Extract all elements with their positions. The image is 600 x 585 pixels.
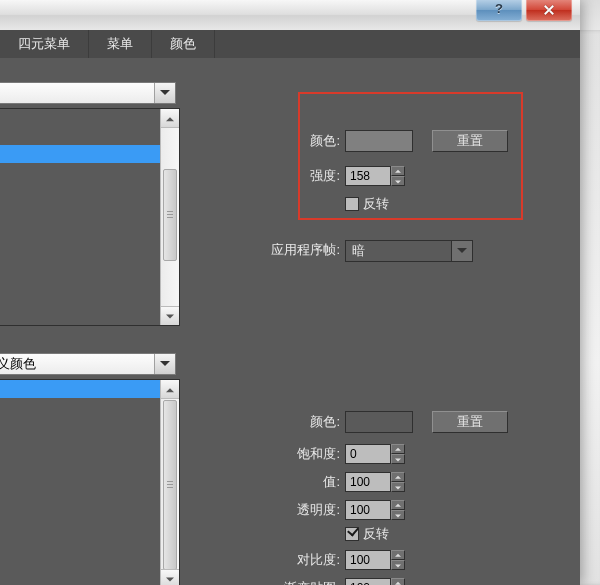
spinner-up-icon[interactable] <box>391 444 405 454</box>
intensity-value[interactable]: 158 <box>345 166 391 186</box>
color2-swatch[interactable] <box>345 411 413 433</box>
invert-checkbox[interactable]: 反转 <box>345 196 389 212</box>
panel: 义颜色 颜色: 重置 强度: 158 <box>0 58 580 585</box>
menu-quad[interactable]: 四元菜单 <box>0 30 89 58</box>
scroll-up-icon[interactable] <box>161 380 179 399</box>
list-item-selected[interactable] <box>0 145 161 163</box>
value-label: 值: <box>300 472 340 492</box>
scroll-thumb[interactable] <box>163 400 177 570</box>
gradient-spinner[interactable]: 100 <box>345 578 405 585</box>
spinner-down-icon[interactable] <box>391 560 405 570</box>
chevron-down-icon[interactable] <box>154 354 175 374</box>
reset2-button[interactable]: 重置 <box>432 411 508 433</box>
opacity-label: 透明度: <box>268 500 340 520</box>
scroll-down-icon[interactable] <box>161 569 179 585</box>
spinner-up-icon[interactable] <box>391 550 405 560</box>
scrollbar[interactable] <box>160 109 179 325</box>
category-dropdown-1[interactable] <box>0 82 176 104</box>
red-callout <box>298 92 523 220</box>
invert2-label: 反转 <box>363 525 389 543</box>
list-2-content <box>0 380 161 585</box>
list-item-selected[interactable] <box>0 380 161 398</box>
scroll-up-icon[interactable] <box>161 109 179 128</box>
invert2-checkbox[interactable]: 反转 <box>345 526 389 542</box>
invert-label: 反转 <box>363 195 389 213</box>
dialog-window: 四元菜单 菜单 颜色 义颜色 <box>0 0 580 585</box>
list-item[interactable] <box>0 127 161 145</box>
saturation-value[interactable]: 0 <box>345 444 391 464</box>
gradient-value[interactable]: 100 <box>345 578 391 585</box>
app-frame-label: 应用程序帧: <box>245 240 340 260</box>
list-1-content <box>0 109 161 325</box>
close-button[interactable] <box>526 0 572 21</box>
spinner-buttons[interactable] <box>391 166 405 186</box>
list-item[interactable] <box>0 109 161 127</box>
category-dropdown-1-text <box>0 83 153 103</box>
spinner-up-icon[interactable] <box>391 166 405 176</box>
chevron-down-icon[interactable] <box>154 83 175 103</box>
spinner-up-icon[interactable] <box>391 578 405 585</box>
spinner-up-icon[interactable] <box>391 472 405 482</box>
contrast-value[interactable]: 100 <box>345 550 391 570</box>
value-spinner[interactable]: 100 <box>345 472 405 492</box>
spinner-down-icon[interactable] <box>391 454 405 464</box>
checkbox-box[interactable] <box>345 197 359 211</box>
spinner-down-icon[interactable] <box>391 176 405 186</box>
list-1[interactable] <box>0 108 180 326</box>
intensity-spinner[interactable]: 158 <box>345 166 405 186</box>
help-button[interactable] <box>476 0 522 21</box>
gradient-label: 渐变贴图: <box>258 578 340 585</box>
list-2[interactable] <box>0 379 180 585</box>
checkbox-box[interactable] <box>345 527 359 541</box>
intensity-label: 强度: <box>280 166 340 186</box>
contrast-spinner[interactable]: 100 <box>345 550 405 570</box>
menu-color[interactable]: 颜色 <box>152 30 215 58</box>
color2-label: 颜色: <box>280 412 340 432</box>
contrast-label: 对比度: <box>268 550 340 570</box>
opacity-spinner[interactable]: 100 <box>345 500 405 520</box>
color-label: 颜色: <box>280 131 340 151</box>
menu-menu[interactable]: 菜单 <box>89 30 152 58</box>
spinner-down-icon[interactable] <box>391 510 405 520</box>
titlebar <box>0 0 580 31</box>
reset-button[interactable]: 重置 <box>432 130 508 152</box>
category-dropdown-2[interactable]: 义颜色 <box>0 353 176 375</box>
scrollbar[interactable] <box>160 380 179 585</box>
chevron-down-icon[interactable] <box>451 241 472 261</box>
scroll-thumb[interactable] <box>163 169 177 261</box>
saturation-spinner[interactable]: 0 <box>345 444 405 464</box>
color-swatch[interactable] <box>345 130 413 152</box>
menubar: 四元菜单 菜单 颜色 <box>0 30 580 59</box>
spinner-down-icon[interactable] <box>391 482 405 492</box>
value-value[interactable]: 100 <box>345 472 391 492</box>
saturation-label: 饱和度: <box>268 444 340 464</box>
category-dropdown-2-text: 义颜色 <box>0 354 153 374</box>
scroll-down-icon[interactable] <box>161 306 179 325</box>
spinner-up-icon[interactable] <box>391 500 405 510</box>
opacity-value[interactable]: 100 <box>345 500 391 520</box>
app-frame-value: 暗 <box>352 241 450 261</box>
app-frame-dropdown[interactable]: 暗 <box>345 240 473 262</box>
